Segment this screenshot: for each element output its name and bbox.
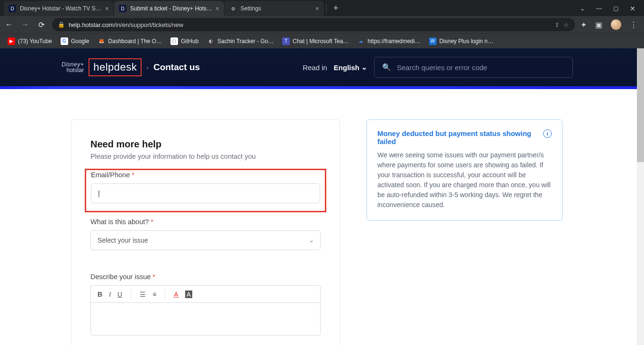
separator [131,290,131,299]
browser-tab[interactable]: ⚙ Settings × [224,1,324,16]
read-in-label: Read in [303,64,327,72]
page-content: Disney+ hotstar helpdesk › Contact us Re… [0,48,644,345]
ticket-form-card: Need more help Please provide your infor… [71,119,340,345]
italic-icon[interactable]: I [109,291,111,298]
bookmark-item[interactable]: ▶(73) YouTube [8,37,52,45]
browser-tab[interactable]: D Disney+ Hotstar - Watch TV Show × [4,1,114,16]
browser-toolbar: ← → ⟳ 🔒 help.hotstar.com/in/en/support/t… [0,16,644,33]
close-icon[interactable]: × [215,5,219,12]
info-title[interactable]: Money deducted but payment status showin… [377,129,538,145]
browser-tab[interactable]: D Submit a ticket - Disney+ Hotstar × [114,1,224,16]
underline-icon[interactable]: U [117,291,122,298]
tab-favicon: D [9,5,16,12]
close-icon[interactable]: × [105,5,109,12]
tab-favicon: ⚙ [229,5,237,12]
info-card: Money deducted but payment status showin… [367,119,563,221]
forward-icon[interactable]: → [20,20,30,29]
browser-tabs: D Disney+ Hotstar - Watch TV Show × D Su… [0,0,580,16]
about-label: What is this about?* [90,218,321,226]
bullet-list-icon[interactable]: ☰ [140,291,146,298]
tab-title: Submit a ticket - Disney+ Hotstar [130,5,213,12]
email-label: Email/Phone* [91,171,320,179]
search-placeholder: Search queries or error code [397,64,487,72]
chevron-right-icon: › [146,64,149,71]
chevron-down-icon: ⌄ [361,63,367,72]
ordered-list-icon[interactable]: ≡ [152,291,156,298]
new-tab-button[interactable]: + [329,3,343,16]
info-icon: i [543,129,552,138]
bookmark-item[interactable]: 🦊Dashboard | The O… [98,37,162,45]
language-selector[interactable]: English⌄ [334,63,367,72]
form-subtitle: Please provide your information to help … [90,153,321,160]
bookmark-item[interactable]: TChat | Microsoft Tea… [282,37,349,45]
minimize-icon[interactable]: — [596,5,602,12]
info-body: We were seeing some issues with our paym… [377,150,552,210]
extensions-icon[interactable]: ✦ [581,20,587,29]
reload-icon[interactable]: ⟳ [36,20,46,29]
maximize-icon[interactable]: ▢ [613,5,618,12]
back-icon[interactable]: ← [4,20,14,29]
browser-titlebar: D Disney+ Hotstar - Watch TV Show × D Su… [0,0,644,16]
profile-avatar[interactable] [611,19,621,30]
bookmark-item[interactable]: ☁https://framedmedi… [357,37,420,45]
issue-select[interactable]: Select your issue [90,230,321,250]
tab-title: Settings [241,5,313,12]
kebab-icon[interactable]: ⋮ [630,20,637,29]
hotstar-logo[interactable]: Disney+ hotstar [62,62,84,73]
panel-icon[interactable]: ▣ [595,20,602,29]
tab-favicon: D [119,5,126,12]
rte-toolbar: B I U ☰ ≡ A A [90,285,321,302]
bookmark-item[interactable]: GGoogle [61,37,89,45]
tab-separator [326,4,327,13]
bold-icon[interactable]: B [98,291,102,298]
lock-icon: 🔒 [58,21,65,28]
helpdesk-label[interactable]: helpdesk [89,58,142,76]
close-icon[interactable]: × [315,5,319,12]
close-window-icon[interactable]: ✕ [630,5,635,12]
breadcrumb: Contact us [153,62,200,73]
separator [165,290,165,299]
search-icon: 🔍 [382,63,391,72]
bookmark-item[interactable]: ◐Sachin Tracker - Go… [207,37,274,45]
bookmarks-bar: ▶(73) YouTube GGoogle 🦊Dashboard | The O… [0,33,644,48]
url-text: help.hotstar.com/in/en/support/tickets/n… [69,21,551,28]
toolbar-right: ✦ ▣ ⋮ [581,19,640,30]
describe-label: Describe your issue* [90,273,321,281]
email-field[interactable] [91,183,320,203]
chevron-down-icon[interactable]: ⌄ [580,5,585,12]
highlight-icon[interactable]: A [185,291,192,298]
share-icon[interactable]: ⇪ [555,21,560,28]
site-header: Disney+ hotstar helpdesk › Contact us Re… [0,48,644,86]
tab-title: Disney+ Hotstar - Watch TV Show [20,5,102,12]
bookmark-item[interactable]: ◌GitHub [170,37,198,45]
search-input[interactable]: 🔍 Search queries or error code [374,57,573,78]
bookmark-item[interactable]: WDisney Plus login n… [429,37,493,45]
brand: Disney+ hotstar helpdesk › Contact us [62,58,200,76]
window-controls: ⌄ — ▢ ✕ [580,5,644,16]
scrollbar-thumb[interactable] [637,48,644,162]
address-bar[interactable]: 🔒 help.hotstar.com/in/en/support/tickets… [52,18,575,31]
star-icon[interactable]: ☆ [564,21,569,28]
form-title: Need more help [90,139,321,150]
highlighted-field-group: Email/Phone* [85,169,326,212]
main-columns: Need more help Please provide your infor… [0,89,644,345]
describe-textarea[interactable] [90,302,321,336]
text-color-icon[interactable]: A [174,291,178,298]
